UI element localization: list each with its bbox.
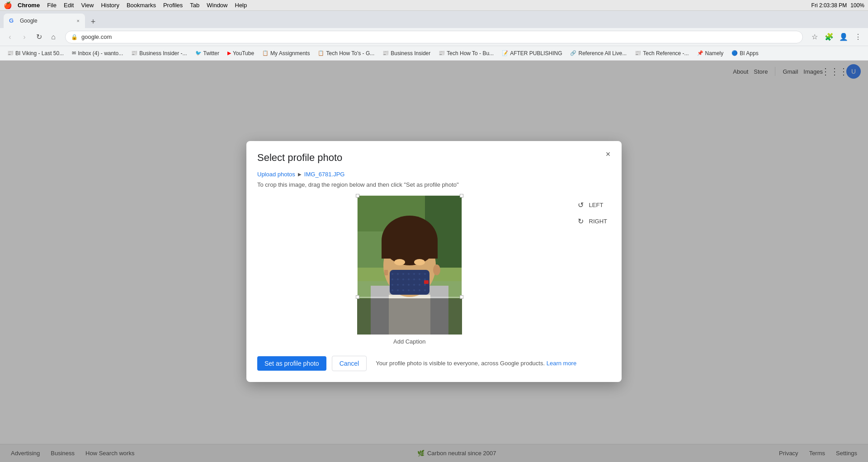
bookmark-reference-all[interactable]: 🔗 Reference All Live... xyxy=(566,48,630,59)
bookmark-youtube[interactable]: ▶ YouTube xyxy=(224,48,258,59)
bookmark-after-publishing[interactable]: 📝 AFTER PUBLISHING xyxy=(498,48,566,59)
bookmark-label-techref: Tech Reference -... xyxy=(643,50,689,57)
set-profile-photo-button[interactable]: Set as profile photo xyxy=(257,356,326,371)
bookmark-favicon-youtube: ▶ xyxy=(227,50,231,56)
add-caption-text[interactable]: Add Caption xyxy=(393,338,426,345)
crop-selection-box[interactable] xyxy=(357,195,462,297)
learn-more-link[interactable]: Learn more xyxy=(547,360,576,367)
bookmark-label-bi2: Business Insider xyxy=(391,50,430,57)
bookmark-namely[interactable]: 📌 Namely xyxy=(693,48,727,59)
breadcrumb: Upload photos ▶ IMG_6781.JPG xyxy=(257,171,611,178)
menubar-right: Fri 2:03:38 PM 100% xyxy=(811,2,864,9)
bookmark-label-ap: AFTER PUBLISHING xyxy=(510,50,562,57)
select-profile-photo-dialog: × Select profile photo Upload photos ▶ I… xyxy=(246,141,622,382)
bookmark-favicon-ref: 🔗 xyxy=(570,50,576,56)
bookmark-tech-howto-bu[interactable]: 📰 Tech How To - Bu... xyxy=(435,48,497,59)
bookmark-tech-reference[interactable]: 📰 Tech Reference -... xyxy=(631,48,692,59)
bookmark-label-techht: Tech How To's - G... xyxy=(326,50,374,57)
modal-overlay: × Select profile photo Upload photos ▶ I… xyxy=(0,61,868,462)
bookmarks-bar: 📰 BI Viking - Last 50... ✉ Inbox (4) - w… xyxy=(0,46,868,61)
breadcrumb-filename[interactable]: IMG_6781.JPG xyxy=(304,171,345,178)
bookmark-star-button[interactable]: ☆ xyxy=(808,31,821,43)
tab-favicon: G xyxy=(9,17,16,24)
bookmark-tech-howtos[interactable]: 📋 Tech How To's - G... xyxy=(314,48,378,59)
menubar-battery: 100% xyxy=(850,2,864,9)
rotate-left-button[interactable]: ↺ LEFT xyxy=(573,199,611,212)
toolbar-right-buttons: ☆ 🧩 👤 ⋮ xyxy=(808,31,864,43)
bookmark-label-bi1: Business Insider -... xyxy=(139,50,187,57)
tab-bar: G Google × + xyxy=(0,11,868,28)
bookmark-inbox[interactable]: ✉ Inbox (4) - wanto... xyxy=(68,48,127,59)
menu-edit[interactable]: Edit xyxy=(64,2,74,9)
bookmark-bi-apps[interactable]: 🔵 BI Apps xyxy=(728,48,762,59)
menu-items: Chrome File Edit View History Bookmarks … xyxy=(18,2,247,9)
rotate-right-label: RIGHT xyxy=(589,218,607,225)
menubar-time: Fri 2:03:38 PM xyxy=(811,2,847,9)
menu-profiles[interactable]: Profiles xyxy=(163,2,183,9)
apple-logo[interactable]: 🍎 xyxy=(4,1,12,9)
rotate-left-icon: ↺ xyxy=(576,201,585,210)
bookmark-bi-viking[interactable]: 📰 BI Viking - Last 50... xyxy=(4,48,67,59)
dialog-close-button[interactable]: × xyxy=(602,148,614,161)
macos-menubar: 🍎 Chrome File Edit View History Bookmark… xyxy=(0,0,868,11)
menu-history[interactable]: History xyxy=(101,2,119,9)
bookmark-business-insider1[interactable]: 📰 Business Insider -... xyxy=(127,48,190,59)
bookmark-favicon-inbox: ✉ xyxy=(72,50,76,56)
forward-button[interactable]: › xyxy=(18,31,31,43)
back-button[interactable]: ‹ xyxy=(4,31,16,43)
active-tab[interactable]: G Google × xyxy=(4,14,85,28)
menu-window[interactable]: Window xyxy=(207,2,227,9)
url-display: google.com xyxy=(81,33,797,40)
reload-button[interactable]: ↻ xyxy=(33,31,45,43)
privacy-notice-text: Your profile photo is visible to everyon… xyxy=(376,360,545,367)
bookmark-business-insider2[interactable]: 📰 Business Insider xyxy=(379,48,434,59)
profile-button[interactable]: 👤 xyxy=(837,31,850,43)
browser-toolbar: ‹ › ↻ ⌂ 🔒 google.com ☆ 🧩 👤 ⋮ xyxy=(0,28,868,46)
privacy-notice: Your profile photo is visible to everyon… xyxy=(376,360,576,367)
menu-help[interactable]: Help xyxy=(235,2,247,9)
rotate-left-label: LEFT xyxy=(589,202,604,208)
cancel-button[interactable]: Cancel xyxy=(332,356,367,371)
image-crop-container: Add Caption ↺ LEFT ↻ RIGHT xyxy=(257,195,611,345)
app-menu-chrome[interactable]: Chrome xyxy=(18,2,40,9)
dialog-footer: Set as profile photo Cancel Your profile… xyxy=(257,356,611,371)
bookmark-twitter[interactable]: 🐦 Twitter xyxy=(192,48,223,59)
tab-close-button[interactable]: × xyxy=(77,18,80,24)
rotate-right-icon: ↻ xyxy=(576,217,585,226)
bookmark-label-techbu: Tech How To - Bu... xyxy=(447,50,494,57)
bookmark-label-twitter: Twitter xyxy=(203,50,219,57)
extensions-button[interactable]: 🧩 xyxy=(823,31,835,43)
crop-handle-br[interactable] xyxy=(460,295,463,299)
bookmark-favicon-bi-viking: 📰 xyxy=(7,50,14,56)
page-content: About Store Gmail Images ⋮⋮⋮ U × Select … xyxy=(0,61,868,462)
breadcrumb-upload-photos[interactable]: Upload photos xyxy=(257,171,295,178)
bookmark-favicon-bi1: 📰 xyxy=(131,50,137,56)
lock-icon: 🔒 xyxy=(71,34,78,40)
omnibox[interactable]: 🔒 google.com xyxy=(65,31,803,43)
more-menu-button[interactable]: ⋮ xyxy=(852,31,864,43)
crop-instruction: To crop this image, drag the region belo… xyxy=(257,181,611,188)
chrome-window: G Google × + ‹ › ↻ ⌂ 🔒 google.com ☆ 🧩 👤 … xyxy=(0,11,868,462)
dialog-title: Select profile photo xyxy=(257,152,611,164)
crop-handle-tr[interactable] xyxy=(460,194,463,198)
new-tab-button[interactable]: + xyxy=(87,15,99,28)
bookmark-favicon-techht: 📋 xyxy=(318,50,324,56)
tab-title: Google xyxy=(20,18,73,24)
bookmark-label-bi-viking: BI Viking - Last 50... xyxy=(15,50,64,57)
rotate-right-button[interactable]: ↻ RIGHT xyxy=(573,215,611,228)
crop-handle-bl[interactable] xyxy=(356,295,359,299)
crop-wrapper[interactable] xyxy=(357,195,462,335)
menu-tab[interactable]: Tab xyxy=(190,2,199,9)
menu-view[interactable]: View xyxy=(81,2,94,9)
menu-file[interactable]: File xyxy=(47,2,57,9)
bookmark-favicon-namely: 📌 xyxy=(697,50,703,56)
bookmark-label-assignments: My Assignments xyxy=(270,50,310,57)
bookmark-label-ref: Reference All Live... xyxy=(578,50,627,57)
crop-handle-tl[interactable] xyxy=(356,194,359,198)
bookmark-favicon-biapps: 🔵 xyxy=(731,50,738,56)
home-button[interactable]: ⌂ xyxy=(47,31,60,43)
bookmark-favicon-ap: 📝 xyxy=(502,50,508,56)
bookmark-my-assignments[interactable]: 📋 My Assignments xyxy=(259,48,313,59)
bookmark-label-namely: Namely xyxy=(705,50,724,57)
menu-bookmarks[interactable]: Bookmarks xyxy=(127,2,156,9)
